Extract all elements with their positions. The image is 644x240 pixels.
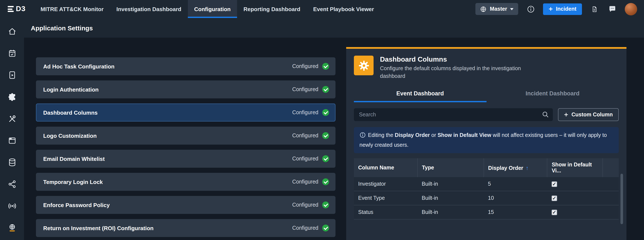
database-icon[interactable] [4, 154, 20, 170]
globe-language-icon[interactable] [4, 220, 20, 236]
globe-icon [480, 6, 487, 12]
cell-column-name: Status [354, 205, 418, 220]
header-show-in-default-view[interactable]: Show in Default Vi... [547, 158, 603, 177]
document-icon[interactable] [589, 4, 600, 14]
calendar-check-icon[interactable] [4, 45, 20, 61]
setting-dashboard-columns[interactable]: Dashboard Columns Configured [36, 104, 336, 122]
setting-temporary-login-lock[interactable]: Temporary Login Lock Configured [36, 173, 336, 191]
app-logo[interactable]: D3 [0, 0, 34, 18]
setting-label: Enforce Password Policy [43, 202, 110, 208]
setting-label: Logo Customization [43, 132, 97, 139]
nav-investigation-dashboard[interactable]: Investigation Dashboard [110, 0, 188, 18]
main-content: Ad Hoc Task Configuration Configured Log… [24, 38, 644, 240]
status-text: Configured [292, 202, 318, 208]
tab-incident-dashboard[interactable]: Incident Dashboard [486, 87, 619, 102]
cell-display-order: 5 [484, 177, 547, 191]
info-icon [360, 132, 366, 141]
search-input[interactable] [354, 108, 553, 121]
setting-roi-configuration[interactable]: Return on Investment (ROI) Configuration… [36, 219, 336, 237]
configured-check-icon [322, 132, 329, 139]
setting-label: Ad Hoc Task Configuration [43, 63, 114, 70]
top-navbar: D3 MITRE ATT&CK Monitor Investigation Da… [0, 0, 644, 18]
setting-label: Return on Investment (ROI) Configuration [43, 225, 154, 231]
tab-event-dashboard[interactable]: Event Dashboard [354, 87, 486, 102]
setting-logo-customization[interactable]: Logo Customization Configured [36, 127, 336, 144]
nav-configuration[interactable]: Configuration [188, 0, 237, 18]
utilities-tools-icon[interactable] [4, 110, 20, 127]
show-in-default-checkbox[interactable] [552, 196, 557, 201]
search-icon [542, 111, 549, 120]
master-label: Master [490, 6, 507, 12]
nav-event-playbook-viewer[interactable]: Event Playbook Viewer [307, 0, 380, 18]
panel-header: Dashboard Columns Configure the default … [354, 56, 619, 80]
info-icon[interactable] [525, 4, 536, 14]
configured-check-icon [322, 86, 329, 93]
columns-table: Column Name Type Display Order↑ Show in … [354, 158, 619, 220]
nav-reporting-dashboard[interactable]: Reporting Dashboard [237, 0, 307, 18]
app-root: D3 MITRE ATT&CK Monitor Investigation Da… [0, 0, 644, 240]
configured-check-icon [322, 202, 329, 208]
plus-icon [564, 113, 568, 117]
panel-title: Dashboard Columns [380, 56, 534, 63]
setting-enforce-password-policy[interactable]: Enforce Password Policy Configured [36, 196, 336, 214]
main-nav: MITRE ATT&CK Monitor Investigation Dashb… [34, 0, 380, 18]
cell-column-name: Investigator [354, 177, 418, 191]
show-in-default-checkbox[interactable] [552, 182, 557, 187]
status-text: Configured [292, 63, 318, 69]
setting-label: Dashboard Columns [43, 109, 98, 116]
left-sidebar [0, 18, 24, 240]
integrations-puzzle-icon[interactable] [4, 88, 20, 105]
panel-subtitle: Configure the default columns displayed … [380, 64, 534, 80]
table-row[interactable]: Investigator Built-in 5 [354, 177, 619, 191]
setting-login-authentication[interactable]: Login Authentication Configured [36, 80, 336, 98]
search-row: Custom Column [354, 108, 619, 121]
status-text: Configured [292, 86, 318, 92]
logo-bars-icon [8, 6, 14, 12]
home-icon[interactable] [4, 23, 20, 39]
new-incident-button[interactable]: Incident [543, 3, 582, 15]
cell-type: Built-in [418, 205, 484, 220]
cell-display-order: 10 [484, 191, 547, 205]
header-display-order[interactable]: Display Order↑ [484, 158, 547, 177]
cell-display-order: 15 [484, 205, 547, 220]
configured-check-icon [322, 63, 329, 70]
cell-type: Built-in [418, 177, 484, 191]
status-text: Configured [292, 225, 318, 231]
nav-mitre-attck-monitor[interactable]: MITRE ATT&CK Monitor [34, 0, 110, 18]
status-text: Configured [292, 156, 318, 162]
setting-email-domain-whitelist[interactable]: Email Domain Whitelist Configured [36, 150, 336, 168]
broadcast-icon[interactable] [4, 198, 20, 214]
gear-icon [354, 56, 374, 75]
page-title: Application Settings [31, 24, 93, 32]
show-in-default-checkbox[interactable] [552, 210, 557, 216]
user-avatar[interactable] [625, 3, 637, 15]
dashboard-tabs: Event Dashboard Incident Dashboard [354, 87, 619, 102]
status-text: Configured [292, 179, 318, 185]
table-scrollbar[interactable] [620, 174, 623, 224]
cell-column-name: Event Type [354, 191, 418, 205]
chat-icon[interactable] [607, 4, 618, 14]
info-banner: Editing the Display Order or Show in Def… [354, 127, 619, 153]
master-site-dropdown[interactable]: Master [476, 3, 518, 15]
settings-list: Ad Hoc Task Configuration Configured Log… [36, 57, 336, 240]
dashboard-columns-panel: Dashboard Columns Configure the default … [346, 47, 626, 240]
table-row[interactable]: Event Type Built-in 10 [354, 191, 619, 205]
plus-icon [548, 7, 553, 11]
chevron-down-icon [510, 8, 514, 10]
configured-check-icon [322, 155, 329, 162]
cell-type: Built-in [418, 191, 484, 205]
setting-ad-hoc-task-configuration[interactable]: Ad Hoc Task Configuration Configured [36, 57, 336, 75]
status-text: Configured [292, 132, 318, 138]
setting-label: Email Domain Whitelist [43, 156, 105, 162]
window-icon[interactable] [4, 132, 20, 148]
configured-check-icon [322, 178, 329, 185]
status-text: Configured [292, 110, 318, 116]
page-header: Application Settings [24, 18, 644, 38]
share-nodes-icon[interactable] [4, 176, 20, 192]
header-column-name[interactable]: Column Name [354, 158, 418, 177]
header-type[interactable]: Type [418, 158, 484, 177]
playbook-icon[interactable] [4, 67, 20, 83]
configured-check-icon [322, 224, 329, 232]
table-row[interactable]: Status Built-in 15 [354, 205, 619, 220]
custom-column-button[interactable]: Custom Column [558, 108, 619, 121]
